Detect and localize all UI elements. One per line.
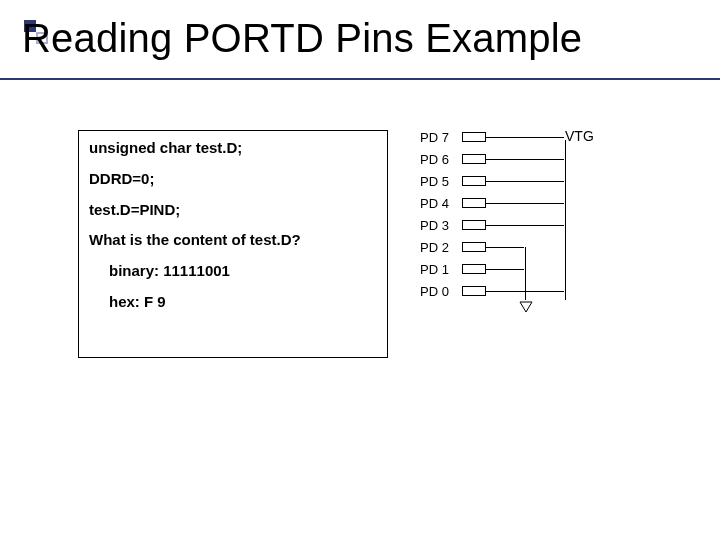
- svg-marker-0: [520, 302, 532, 312]
- pin-wire: [486, 159, 564, 160]
- pin-wire: [486, 247, 524, 248]
- pin-label: PD 6: [420, 152, 460, 167]
- code-line: DDRD=0;: [89, 170, 377, 189]
- pin-row: PD 4: [420, 192, 564, 214]
- code-line: binary: 11111001: [89, 262, 377, 281]
- code-line: unsigned char test.D;: [89, 139, 377, 158]
- pin-row: PD 0: [420, 280, 564, 302]
- pin-row: PD 6: [420, 148, 564, 170]
- pin-label: PD 0: [420, 284, 460, 299]
- pin-row: PD 5: [420, 170, 564, 192]
- pin-label: PD 3: [420, 218, 460, 233]
- pin-wire: [486, 269, 524, 270]
- code-line: What is the content of test.D?: [89, 231, 377, 250]
- pin-box-icon: [462, 198, 486, 208]
- code-box: unsigned char test.D; DDRD=0; test.D=PIN…: [78, 130, 388, 358]
- pin-row: PD 3: [420, 214, 564, 236]
- slide: Reading PORTD Pins Example unsigned char…: [0, 0, 720, 540]
- pin-label: PD 1: [420, 262, 460, 277]
- pin-box-icon: [462, 242, 486, 252]
- vtg-label: VTG: [565, 128, 594, 144]
- pin-label: PD 4: [420, 196, 460, 211]
- pin-box-icon: [462, 132, 486, 142]
- pin-label: PD 5: [420, 174, 460, 189]
- ground-tap-line: [525, 247, 526, 300]
- pin-wire: [486, 181, 564, 182]
- pin-label: PD 7: [420, 130, 460, 145]
- pin-label: PD 2: [420, 240, 460, 255]
- pin-box-icon: [462, 176, 486, 186]
- pin-diagram: PD 7 PD 6 PD 5 PD 4 PD 3 PD 2: [420, 126, 564, 302]
- slide-title: Reading PORTD Pins Example: [22, 16, 582, 60]
- pin-wire: [486, 225, 564, 226]
- pin-box-icon: [462, 264, 486, 274]
- pin-wire: [486, 203, 564, 204]
- pin-row: PD 2: [420, 236, 564, 258]
- vtg-bus-line: [565, 140, 566, 300]
- code-line: hex: F 9: [89, 293, 377, 312]
- pin-box-icon: [462, 154, 486, 164]
- title-underline: [0, 78, 720, 80]
- pin-row: PD 7: [420, 126, 564, 148]
- pin-wire: [486, 137, 564, 138]
- pin-box-icon: [462, 220, 486, 230]
- ground-icon: [519, 300, 533, 314]
- pin-box-icon: [462, 286, 486, 296]
- code-line: test.D=PIND;: [89, 201, 377, 220]
- pin-row: PD 1: [420, 258, 564, 280]
